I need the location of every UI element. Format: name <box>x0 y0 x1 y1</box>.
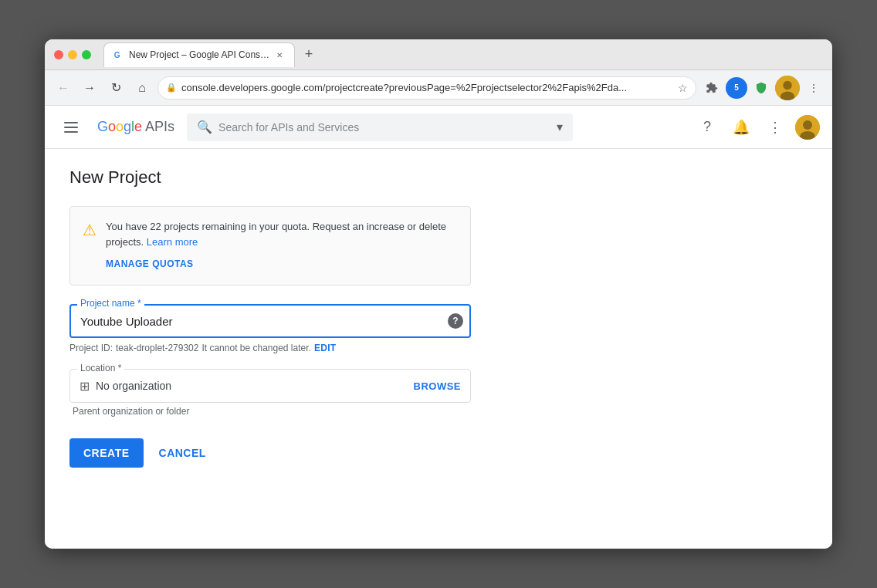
minimize-window-button[interactable] <box>68 50 77 59</box>
project-id-note: It cannot be changed later. <box>201 343 310 353</box>
header-right-actions: ? 🔔 ⋮ <box>693 113 820 141</box>
project-name-input[interactable] <box>69 304 471 338</box>
alert-content: You have 22 projects remaining in your q… <box>106 219 458 272</box>
search-placeholder-text: Search for APIs and Services <box>218 121 550 133</box>
organization-icon: ⊞ <box>80 379 90 394</box>
url-bar[interactable]: 🔒 console.developers.google.com/projectc… <box>157 76 696 100</box>
more-menu-button[interactable]: ⋮ <box>761 113 789 141</box>
action-buttons: CREATE CANCEL <box>69 438 471 468</box>
nav-bar: ← → ↻ ⌂ 🔒 console.developers.google.com/… <box>45 70 832 106</box>
new-tab-button[interactable]: + <box>298 44 320 66</box>
svg-point-2 <box>783 80 791 89</box>
browse-button[interactable]: BROWSE <box>414 380 462 392</box>
alert-message-text: You have 22 projects remaining in your q… <box>106 219 458 249</box>
maximize-window-button[interactable] <box>82 50 91 59</box>
close-window-button[interactable] <box>54 50 63 59</box>
svg-point-5 <box>803 120 812 130</box>
bookmark-icon[interactable]: ☆ <box>678 82 688 94</box>
extensions-count-badge: 5 <box>726 77 747 99</box>
page-content: New Project ⚠ You have 22 projects remai… <box>45 149 832 549</box>
forward-button[interactable]: → <box>79 77 100 99</box>
lock-icon: 🔒 <box>166 83 177 93</box>
notifications-button[interactable]: 🔔 <box>727 113 755 141</box>
reload-button[interactable]: ↻ <box>105 77 127 99</box>
warning-icon: ⚠ <box>83 221 97 272</box>
project-name-field-group: Project name * ? Project ID: teak-drople… <box>69 304 471 353</box>
browser-window: G New Project – Google API Cons… ✕ + ← →… <box>45 39 832 549</box>
home-button[interactable]: ⌂ <box>131 77 153 99</box>
location-label: Location * <box>77 363 124 373</box>
edit-project-id-link[interactable]: EDIT <box>314 343 337 353</box>
back-button[interactable]: ← <box>52 77 74 99</box>
traffic-lights <box>54 50 91 59</box>
google-apis-logo: Google APIs <box>97 119 174 135</box>
extensions-button[interactable] <box>701 77 723 99</box>
user-avatar[interactable] <box>775 76 800 100</box>
search-icon: 🔍 <box>197 120 212 134</box>
search-box[interactable]: 🔍 Search for APIs and Services ▾ <box>187 113 573 141</box>
google-logo-text: Google <box>97 119 142 135</box>
new-project-form: Project name * ? Project ID: teak-drople… <box>69 304 471 468</box>
manage-quotas-button[interactable]: MANAGE QUOTAS <box>106 255 458 272</box>
svg-text:G: G <box>114 51 120 59</box>
app-header: Google APIs 🔍 Search for APIs and Servic… <box>45 106 832 149</box>
location-input-box[interactable]: ⊞ No organization BROWSE <box>69 369 471 403</box>
location-field-group: Location * ⊞ No organization BROWSE Pare… <box>69 369 471 417</box>
hamburger-line <box>64 127 78 128</box>
tab-favicon-icon: G <box>113 49 124 60</box>
tab-area: G New Project – Google API Cons… ✕ + <box>103 42 823 67</box>
hamburger-menu-button[interactable] <box>57 113 85 141</box>
project-name-label: Project name * <box>77 298 144 309</box>
title-bar: G New Project – Google API Cons… ✕ + <box>45 39 832 70</box>
project-id-prefix: Project ID: <box>69 343 113 353</box>
project-id-line: Project ID: teak-droplet-279302 It canno… <box>69 343 471 353</box>
location-hint-text: Parent organization or folder <box>73 406 471 417</box>
search-dropdown-arrow-icon: ▾ <box>557 120 563 134</box>
cancel-button[interactable]: CANCEL <box>150 438 215 468</box>
app-content: Google APIs 🔍 Search for APIs and Servic… <box>45 106 832 549</box>
location-left: ⊞ No organization <box>80 379 171 394</box>
tab-close-button[interactable]: ✕ <box>274 49 285 60</box>
hamburger-line <box>64 122 78 123</box>
nav-actions: 5 ⋮ <box>701 76 825 100</box>
learn-more-link[interactable]: Learn more <box>147 236 198 248</box>
apis-label: APIs <box>145 119 174 135</box>
shield-button[interactable] <box>750 77 772 99</box>
more-options-button[interactable]: ⋮ <box>803 77 825 99</box>
create-button[interactable]: CREATE <box>69 438 144 468</box>
account-avatar[interactable] <box>795 115 820 140</box>
project-name-input-wrapper: ? <box>69 304 471 338</box>
tab-title: New Project – Google API Cons… <box>129 49 269 60</box>
project-name-help-icon[interactable]: ? <box>448 313 463 329</box>
help-button[interactable]: ? <box>693 113 721 141</box>
url-text: console.developers.google.com/projectcre… <box>181 82 673 93</box>
location-value-text: No organization <box>96 380 171 392</box>
browser-tab[interactable]: G New Project – Google API Cons… ✕ <box>103 42 295 67</box>
page-title: New Project <box>69 167 808 188</box>
hamburger-line <box>64 131 78 133</box>
quota-alert-box: ⚠ You have 22 projects remaining in your… <box>69 206 471 286</box>
project-id-value: teak-droplet-279302 <box>116 343 198 353</box>
